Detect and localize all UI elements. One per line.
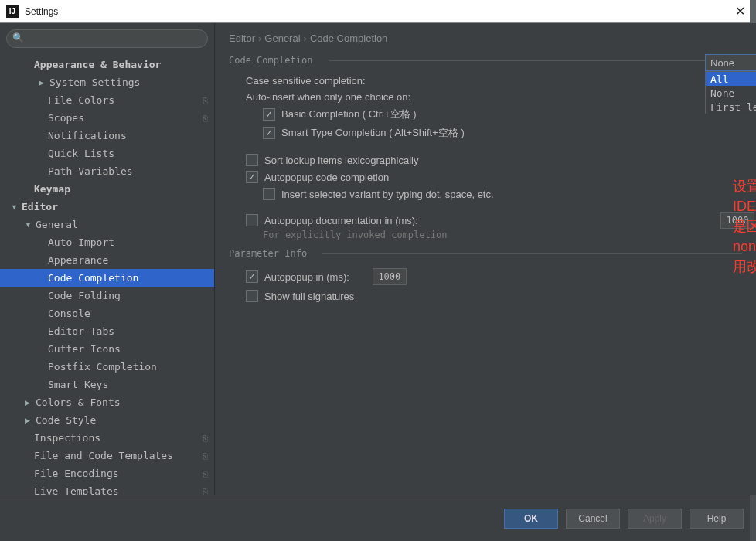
select-option[interactable]: First letter: [706, 100, 756, 114]
tree-item-label: System Settings: [49, 77, 208, 88]
tree-item-label: Quick Lists: [48, 148, 208, 159]
tree-item[interactable]: Postfix Completion: [0, 358, 214, 376]
section-code-completion: Code Completion: [229, 55, 742, 66]
tree-item-label: Appearance & Behavior: [34, 59, 208, 70]
ok-button[interactable]: OK: [504, 509, 558, 529]
settings-tree: Appearance & Behavior▶System SettingsFil…: [0, 54, 214, 495]
tree-item-label: Inspections: [34, 432, 199, 444]
tree-item-label: Appearance: [48, 254, 208, 266]
input-param-ms[interactable]: [373, 268, 407, 285]
tree-item[interactable]: Live Templates⎘: [0, 482, 214, 495]
tree-item[interactable]: Console: [0, 305, 214, 322]
checkbox-autopopup-code[interactable]: [246, 171, 258, 183]
tree-item-label: General: [36, 219, 208, 230]
tree-item[interactable]: Smart Keys: [0, 376, 214, 393]
dialog-footer: OK Cancel Apply Help: [0, 495, 756, 541]
tree-item-label: Auto Import: [48, 236, 208, 248]
tree-item-label: Console: [48, 308, 208, 319]
app-icon: IJ: [6, 5, 19, 18]
scope-icon: ⎘: [203, 434, 208, 443]
tree-item[interactable]: File Encodings⎘: [0, 464, 214, 482]
scope-icon: ⎘: [203, 96, 208, 105]
titlebar: IJ Settings ✕: [0, 0, 756, 23]
section-parameter-info: Parameter Info: [229, 248, 742, 259]
scope-icon: ⎘: [203, 451, 208, 461]
search-icon: 🔍: [12, 32, 24, 43]
checkbox-insert-variant[interactable]: [263, 188, 275, 200]
content-panel: Editor›General›Code Completion Code Comp…: [215, 23, 756, 495]
tree-item-label: Smart Keys: [48, 379, 208, 390]
scope-icon: ⎘: [203, 114, 208, 123]
select-option[interactable]: None: [706, 86, 756, 100]
checkbox-autopopup-param[interactable]: [246, 270, 258, 283]
help-button[interactable]: Help: [690, 509, 744, 529]
checkbox-smart-completion[interactable]: [263, 127, 275, 139]
tree-item[interactable]: File Colors⎘: [0, 91, 214, 109]
search-input[interactable]: [6, 29, 208, 48]
tree-item[interactable]: ▼Editor: [0, 198, 214, 216]
tree-item-label: Code Folding: [48, 290, 208, 301]
tree-item[interactable]: Appearance & Behavior: [0, 56, 214, 73]
apply-button[interactable]: Apply: [628, 509, 682, 529]
tree-item-label: Path Variables: [48, 165, 208, 177]
tree-item[interactable]: Path Variables: [0, 162, 214, 180]
tree-item[interactable]: Inspections⎘: [0, 429, 214, 447]
breadcrumb: Editor›General›Code Completion: [229, 32, 742, 44]
tree-item[interactable]: ▼General: [0, 216, 214, 233]
tree-item-label: File and Code Templates: [34, 450, 199, 461]
tree-item[interactable]: Notifications: [0, 127, 214, 145]
tree-item-label: Code Style: [36, 414, 208, 426]
tree-item[interactable]: Quick Lists: [0, 145, 214, 162]
tree-item-label: Editor: [22, 201, 208, 213]
tree-item-label: File Encodings: [34, 468, 199, 479]
case-sensitive-select[interactable]: None▼ AllNoneFirst letter: [705, 54, 756, 114]
checkbox-basic-completion[interactable]: [263, 108, 275, 121]
tree-item[interactable]: Gutter Icons: [0, 340, 214, 358]
tree-item-label: Editor Tabs: [48, 325, 208, 337]
tree-item[interactable]: Editor Tabs: [0, 322, 214, 340]
tree-item-label: Colors & Fonts: [36, 396, 208, 408]
tree-arrow-icon: ▶: [39, 79, 48, 87]
checkbox-show-sig[interactable]: [246, 290, 258, 302]
checkbox-autopopup-doc[interactable]: [246, 214, 258, 226]
tree-arrow-icon: ▼: [25, 221, 34, 229]
sidebar: 🔍 Appearance & Behavior▶System SettingsF…: [0, 23, 215, 495]
tree-item[interactable]: File and Code Templates⎘: [0, 447, 214, 464]
label-case-sensitive: Case sensitive completion:: [246, 75, 366, 87]
window-title: Settings: [25, 6, 730, 17]
cancel-button[interactable]: Cancel: [566, 509, 620, 529]
select-option[interactable]: All: [706, 72, 756, 86]
tree-item[interactable]: Auto Import: [0, 233, 214, 251]
tree-item-label: Code Completion: [48, 272, 208, 284]
tree-item-label: Postfix Completion: [48, 361, 208, 373]
tree-item-label: Keymap: [34, 183, 208, 195]
hint-doc: For explicitly invoked completion: [229, 230, 742, 240]
tree-arrow-icon: ▶: [25, 399, 34, 407]
tree-item[interactable]: Code Completion: [0, 269, 214, 287]
tree-item-label: Notifications: [48, 130, 208, 141]
tree-item[interactable]: Keymap: [0, 180, 214, 198]
tree-item[interactable]: ▶Colors & Fonts: [0, 393, 214, 411]
tree-item[interactable]: ▶Code Style: [0, 411, 214, 429]
tree-item-label: Live Templates: [34, 485, 199, 495]
close-icon[interactable]: ✕: [730, 4, 750, 19]
tree-item-label: Gutter Icons: [48, 343, 208, 355]
tree-item-label: File Colors: [48, 94, 199, 106]
annotation-text: 设置代码提示是否区分大小写，有的IDEA默认选择的是First letter，这…: [733, 176, 756, 277]
tree-item[interactable]: ▶System Settings: [0, 73, 214, 91]
label-auto-insert: Auto-insert when only one choice on:: [246, 91, 410, 103]
checkbox-sort-lex[interactable]: [246, 154, 258, 166]
scope-icon: ⎘: [203, 487, 208, 495]
tree-arrow-icon: ▼: [11, 203, 20, 211]
tree-arrow-icon: ▶: [25, 417, 34, 424]
tree-item[interactable]: Code Folding: [0, 287, 214, 305]
tree-item[interactable]: Appearance: [0, 251, 214, 269]
scope-icon: ⎘: [203, 469, 208, 478]
tree-item-label: Scopes: [48, 112, 199, 124]
tree-item[interactable]: Scopes⎘: [0, 109, 214, 127]
